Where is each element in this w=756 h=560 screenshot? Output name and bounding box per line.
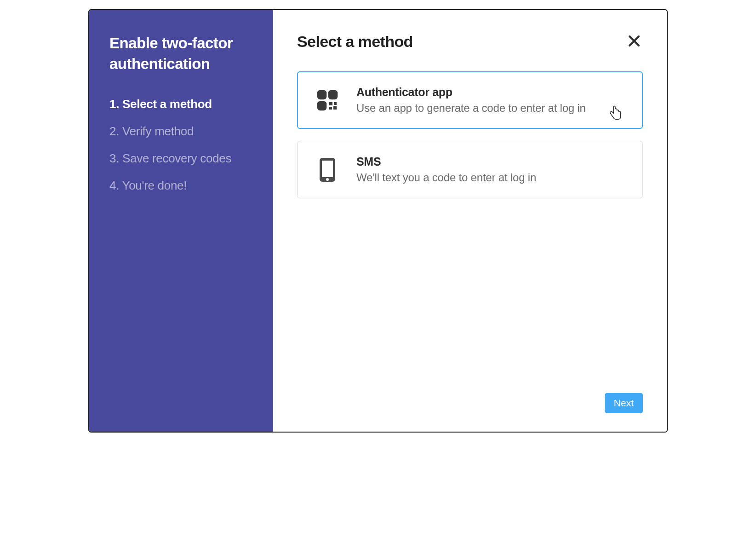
qr-code-icon: [315, 88, 340, 113]
svg-rect-10: [322, 161, 333, 177]
next-button[interactable]: Next: [605, 393, 643, 413]
step-select-method[interactable]: 1. Select a method: [109, 97, 253, 111]
wizard-sidebar: Enable two-factor authentication 1. Sele…: [89, 10, 273, 432]
dialog-footer: Next: [297, 393, 643, 413]
svg-rect-2: [318, 91, 326, 98]
option-authenticator-app[interactable]: Authenticator app Use an app to generate…: [297, 71, 643, 129]
two-factor-dialog: Enable two-factor authentication 1. Sele…: [88, 9, 668, 433]
svg-rect-6: [334, 102, 337, 105]
svg-rect-4: [318, 102, 326, 110]
option-sms[interactable]: SMS We'll text you a code to enter at lo…: [297, 141, 643, 198]
svg-rect-3: [329, 91, 337, 98]
main-header: Select a method: [297, 32, 643, 51]
step-list: 1. Select a method 2. Verify method 3. S…: [109, 97, 253, 193]
svg-rect-7: [329, 107, 332, 110]
phone-icon: [315, 157, 340, 182]
option-description: We'll text you a code to enter at log in: [356, 171, 625, 184]
option-title: SMS: [356, 155, 625, 168]
step-done[interactable]: 4. You're done!: [109, 179, 253, 193]
main-panel: Select a method: [273, 10, 667, 432]
step-verify-method[interactable]: 2. Verify method: [109, 124, 253, 139]
svg-rect-5: [329, 102, 332, 105]
option-title: Authenticator app: [356, 86, 625, 99]
svg-rect-8: [333, 106, 337, 110]
option-description: Use an app to generate a code to enter a…: [356, 102, 625, 115]
close-button[interactable]: [625, 32, 643, 51]
sidebar-title: Enable two-factor authentication: [109, 33, 253, 74]
close-icon: [627, 34, 641, 49]
svg-point-11: [326, 178, 329, 181]
page-title: Select a method: [297, 33, 413, 51]
option-content: SMS We'll text you a code to enter at lo…: [356, 155, 625, 184]
option-content: Authenticator app Use an app to generate…: [356, 86, 625, 115]
step-save-recovery[interactable]: 3. Save recovery codes: [109, 151, 253, 166]
method-options: Authenticator app Use an app to generate…: [297, 71, 643, 198]
